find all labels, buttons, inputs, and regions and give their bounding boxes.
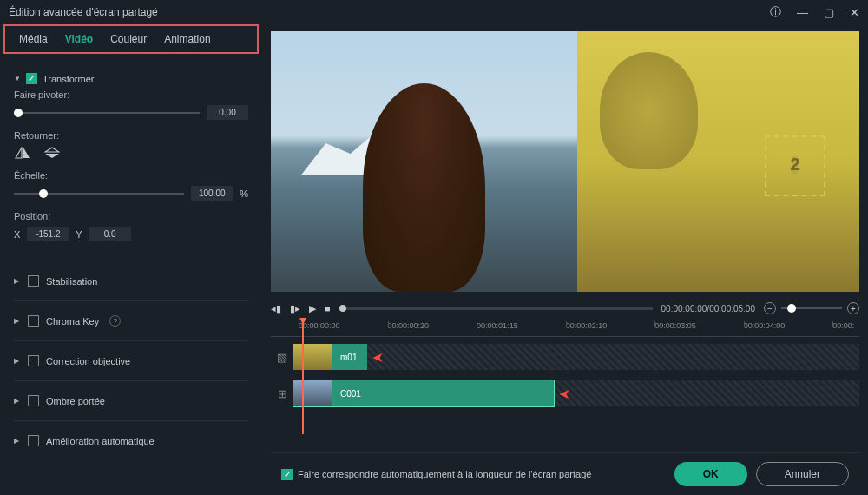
annotation-arrow-icon: ➤ [372,349,384,366]
tab-color[interactable]: Couleur [102,30,155,49]
right-pane: 2 ⬇ ◂▮ ▮▸ ▶ ■ 00:00:00:00/00:00:05:00 − … [262,24,868,495]
x-label: X [14,229,20,240]
scale-unit: % [240,188,248,199]
chevron-down-icon: ▼ [14,75,21,82]
chroma-label: Chroma Key [46,316,99,327]
scale-label: Échelle: [14,170,248,181]
maximize-icon[interactable]: ▢ [824,6,834,19]
tab-video[interactable]: Vidéo [56,30,102,49]
seek-bar[interactable] [339,307,653,310]
correction-checkbox[interactable] [28,355,39,366]
annotation-arrow-icon: ➤ [559,386,570,402]
chevron-right-icon: ▶ [14,317,21,325]
position-label: Position: [14,211,248,221]
rotate-slider[interactable] [14,112,200,114]
close-icon[interactable]: ✕ [850,6,859,19]
stabilisation-label: Stabilisation [46,276,97,287]
titlebar: Édition avancée d'écran partagé ⓘ ― ▢ ✕ [0,0,868,24]
help-icon[interactable]: ⓘ [770,4,781,20]
transform-label: Transformer [43,74,95,84]
chevron-right-icon: ▶ [14,357,21,365]
clip-c001[interactable]: C001 [293,380,554,406]
chevron-right-icon: ▶ [14,437,21,445]
y-value[interactable]: 0.0 [89,227,131,241]
amelioration-item[interactable]: ▶ Amélioration automatique [14,428,248,453]
ombre-label: Ombre portée [46,396,105,406]
y-label: Y [76,229,82,240]
video-track-icon[interactable]: ⊞ [271,387,293,400]
sidebar: Média Vidéo Couleur Animation ▼ ✓ Transf… [0,24,262,495]
flip-horizontal-icon[interactable] [14,146,31,160]
flip-label: Retourner: [14,130,248,141]
auto-match-checkbox[interactable]: ✓ [281,469,293,480]
clip-thumbnail [293,344,332,370]
flip-vertical-icon[interactable] [43,146,61,160]
download-placeholder[interactable]: 2 ⬇ [765,135,825,196]
rotate-label: Faire pivoter: [14,89,248,100]
footer: ✓ Faire correspondre automatiquement à l… [271,452,859,495]
correction-label: Correction objective [46,356,130,366]
placeholder-number: 2 [790,155,799,175]
window-title: Édition avancée d'écran partagé [9,6,770,18]
tab-animation[interactable]: Animation [155,30,219,49]
ruler-tick: 00:00:03:05 [654,321,744,336]
play-icon[interactable]: ▶ [309,303,316,314]
picture-track-icon[interactable]: ▧ [271,351,293,364]
track-2: ⊞ C001 ➤ [271,377,859,410]
track-2-content[interactable]: C001 ➤ [293,380,859,406]
x-value[interactable]: -151.2 [27,227,69,241]
titlebar-controls: ⓘ ― ▢ ✕ [770,4,859,20]
stabilisation-item[interactable]: ▶ Stabilisation [14,268,248,294]
timeline: 00:00:00:00 00:00:00:20 00:00:01:15 00:0… [271,321,859,413]
clip-label: m01 [332,353,365,362]
tab-media[interactable]: Média [10,30,56,49]
clip-m01[interactable]: m01 [293,344,367,370]
auto-match-label: Faire correspondre automatiquement à la … [298,469,591,479]
ombre-item[interactable]: ▶ Ombre portée [14,388,248,413]
amelioration-label: Amélioration automatique [46,436,155,446]
clip-thumbnail [293,380,332,406]
scale-value[interactable]: 100.00 [191,186,233,201]
ruler-tick: 00:00:02:10 [566,321,655,336]
chroma-checkbox[interactable] [28,315,39,327]
player-controls: ◂▮ ▮▸ ▶ ■ 00:00:00:00/00:00:05:00 − + [271,299,859,318]
track-1: ▧ m01 ➤ [271,340,859,373]
minimize-icon[interactable]: ― [797,6,808,19]
ruler-tick: 00:00: [832,321,859,336]
cancel-button[interactable]: Annuler [756,462,849,486]
ruler-tick: 00:00:00:00 [299,321,388,336]
transform-header[interactable]: ▼ ✓ Transformer [14,68,248,89]
rotate-value[interactable]: 0.00 [207,105,248,120]
timecode: 00:00:00:00/00:00:05:00 [661,304,755,314]
ruler-tick: 00:00:04:00 [744,321,833,336]
transform-checkbox[interactable]: ✓ [26,73,37,84]
scale-slider[interactable] [14,193,184,195]
zoom-slider[interactable] [781,307,842,309]
chevron-right-icon: ▶ [14,277,21,285]
ruler-tick: 00:00:01:15 [477,321,566,336]
next-frame-icon[interactable]: ▮▸ [290,303,300,314]
chevron-right-icon: ▶ [14,397,21,405]
playhead[interactable] [302,321,304,434]
preview: 2 ⬇ [271,31,859,292]
help-icon[interactable]: ? [109,315,121,327]
preview-right-video: 2 ⬇ [577,31,859,292]
stabilisation-checkbox[interactable] [28,275,39,287]
stop-icon[interactable]: ■ [325,303,331,314]
track-1-content[interactable]: m01 ➤ [293,344,859,370]
correction-item[interactable]: ▶ Correction objective [14,348,248,373]
ruler-tick: 00:00:00:20 [388,321,477,336]
zoom-out-icon[interactable]: − [764,302,776,314]
chroma-item[interactable]: ▶ Chroma Key ? [14,308,248,333]
ok-button[interactable]: OK [674,462,747,486]
prev-frame-icon[interactable]: ◂▮ [271,303,281,314]
tabs: Média Vidéo Couleur Animation [3,24,259,54]
ombre-checkbox[interactable] [28,395,39,406]
clip-label: C001 [332,389,370,399]
amelioration-checkbox[interactable] [28,435,39,446]
preview-left-video [271,31,577,292]
timeline-ruler[interactable]: 00:00:00:00 00:00:00:20 00:00:01:15 00:0… [271,321,859,337]
zoom-in-icon[interactable]: + [847,302,859,314]
